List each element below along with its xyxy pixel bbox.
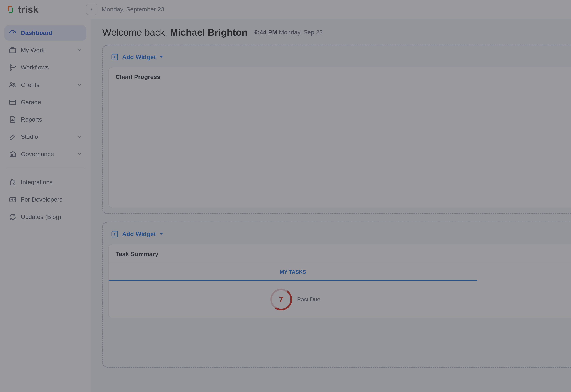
modal-overlay[interactable]: Apply Changes button ? You are going to …	[0, 0, 571, 392]
